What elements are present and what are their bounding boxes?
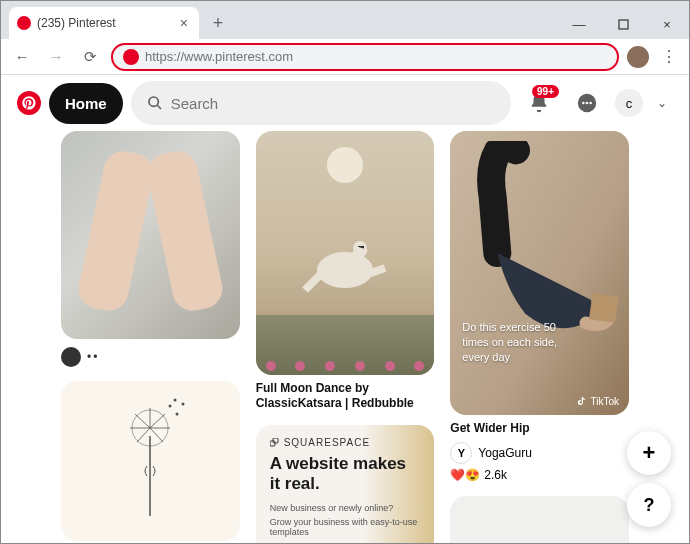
svg-point-16 (169, 405, 172, 408)
user-avatar[interactable]: c (615, 89, 643, 117)
tiktok-watermark: TikTok (576, 396, 619, 407)
pin-title: Get Wider Hip (450, 421, 629, 436)
svg-line-10 (150, 414, 165, 428)
author-name: YogaGuru (478, 446, 532, 460)
pin-card[interactable]: Full Moon Dance by ClassicKatsara | Redb… (256, 131, 435, 411)
notifications-button[interactable]: 99+ (519, 83, 559, 123)
pinterest-icon (21, 95, 37, 111)
reload-button[interactable]: ⟳ (77, 44, 103, 70)
search-icon (147, 95, 163, 111)
author-avatar: Y (450, 442, 472, 464)
notification-badge: 99+ (532, 85, 559, 98)
browser-profile-avatar[interactable] (627, 46, 649, 68)
url-text: https://www.pinterest.com (145, 49, 293, 64)
svg-rect-0 (619, 20, 628, 29)
reaction-count: 2.6k (484, 468, 507, 482)
search-bar[interactable] (131, 81, 511, 125)
saver-dots-icon: •• (87, 350, 99, 364)
pin-card[interactable]: •• (61, 131, 240, 367)
pin-reactions[interactable]: ❤️😍 2.6k (450, 468, 629, 482)
pin-image-tattoo-arms (61, 131, 240, 339)
squarespace-logo: SQUARESPACE (270, 437, 421, 448)
svg-line-14 (137, 428, 150, 442)
svg-point-6 (589, 102, 592, 105)
saver-avatar (61, 347, 81, 367)
new-tab-button[interactable]: + (205, 10, 231, 36)
pin-saver-row[interactable]: •• (61, 347, 240, 367)
svg-point-18 (182, 403, 185, 406)
ad-headline: A website makes it real. (270, 454, 421, 493)
svg-line-2 (157, 105, 161, 109)
tiktok-icon (576, 396, 587, 407)
search-input[interactable] (171, 95, 495, 112)
browser-menu-button[interactable]: ⋮ (657, 47, 681, 66)
site-favicon (123, 49, 139, 65)
svg-point-1 (149, 97, 158, 106)
pin-overlay-text: Do this exercise 50 times on each side, … (462, 320, 557, 365)
pin-image-yoga-exercise: Do this exercise 50 times on each side, … (450, 131, 629, 415)
create-pin-fab[interactable]: + (627, 431, 671, 475)
svg-line-15 (150, 428, 163, 442)
svg-point-19 (174, 399, 177, 402)
help-fab[interactable]: ? (627, 483, 671, 527)
ad-bullets: New business or newly online? Grow your … (270, 501, 421, 539)
account-menu-chevron[interactable]: ⌄ (651, 96, 673, 110)
pin-image-squarespace-ad: SQUARESPACE A website makes it real. New… (256, 425, 435, 544)
pin-image-dandelion (61, 381, 240, 541)
home-button[interactable]: Home (49, 83, 123, 124)
pin-image-moon-dance (256, 131, 435, 375)
back-button[interactable]: ← (9, 44, 35, 70)
close-tab-icon[interactable]: × (177, 15, 191, 31)
pinterest-logo[interactable] (17, 91, 41, 115)
pin-title: Full Moon Dance by ClassicKatsara | Redb… (256, 381, 435, 411)
pin-card[interactable] (61, 381, 240, 541)
messages-button[interactable] (567, 83, 607, 123)
reaction-emoji: ❤️😍 (450, 468, 480, 482)
pin-card-ad[interactable]: SQUARESPACE A website makes it real. New… (256, 425, 435, 544)
svg-point-4 (582, 102, 585, 105)
pin-author-row[interactable]: Y YogaGuru (450, 442, 629, 464)
pin-card-loading[interactable] (450, 496, 629, 544)
svg-point-5 (586, 102, 589, 105)
svg-point-17 (176, 413, 179, 416)
forward-button[interactable]: → (43, 44, 69, 70)
pin-card[interactable]: Do this exercise 50 times on each side, … (450, 131, 629, 482)
pinterest-favicon (17, 16, 31, 30)
tab-title: (235) Pinterest (37, 16, 177, 30)
window-minimize-button[interactable]: — (557, 9, 601, 39)
svg-rect-25 (589, 293, 619, 323)
svg-line-9 (135, 414, 150, 428)
window-maximize-button[interactable] (601, 9, 645, 39)
chat-icon (576, 92, 598, 114)
maximize-icon (618, 19, 629, 30)
address-bar[interactable]: https://www.pinterest.com (111, 43, 619, 71)
browser-tab[interactable]: (235) Pinterest × (9, 7, 199, 39)
window-close-button[interactable]: × (645, 9, 689, 39)
